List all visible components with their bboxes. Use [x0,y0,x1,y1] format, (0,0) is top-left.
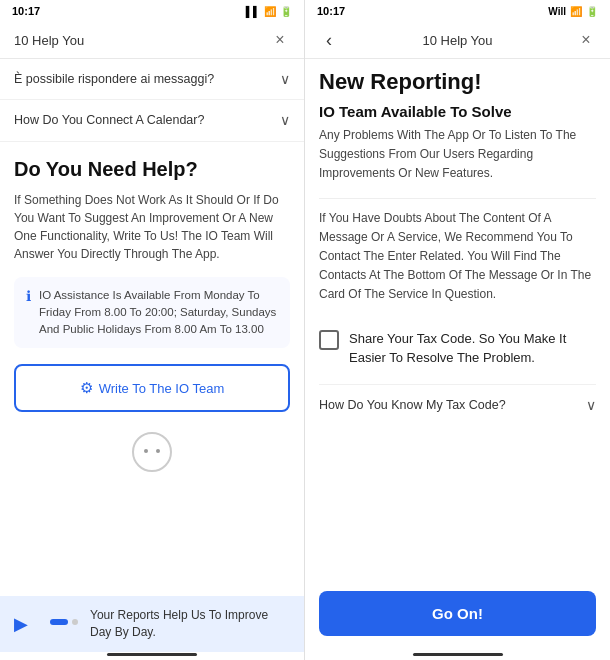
right-scroll-area[interactable]: New Reporting! IO Team Available To Solv… [305,59,610,591]
banner-text: Your Reports Help Us To Improve Day By D… [90,607,290,641]
faq-item-2[interactable]: How Do You Connect A Calendar? ∨ [0,100,304,141]
info-icon: ℹ [26,288,31,304]
info-text: IO Assistance Is Available From Monday T… [39,287,278,339]
left-time: 10:17 [12,5,40,17]
right-text-1: Any Problems With The App Or To Listen T… [319,126,596,184]
right-status-bar: 10:17 Will 📶 🔋 [305,0,610,22]
right-divider [319,198,596,199]
faq-item-1[interactable]: È possibile rispondere ai messaggi? ∨ [0,59,304,100]
back-button[interactable]: ‹ [319,30,339,50]
left-main-content: Do You Need Help? If Something Does Not … [0,142,304,597]
help-description: If Something Does Not Work As It Should … [14,191,290,263]
right-battery-icon: 🔋 [586,6,598,17]
left-home-bar [107,653,197,656]
info-box: ℹ IO Assistance Is Available From Monday… [14,277,290,349]
faq-row-right[interactable]: How Do You Know My Tax Code? ∨ [319,384,596,425]
right-home-indicator [305,652,610,660]
left-header: 10 Help You × [0,22,304,59]
left-close-button[interactable]: × [270,30,290,50]
faq-right-chevron-icon: ∨ [586,397,596,413]
checkbox-label: Share Your Tax Code. So You Make It Easi… [349,329,596,368]
faq-chevron-2-icon: ∨ [280,112,290,128]
right-close-button[interactable]: × [576,30,596,50]
write-to-team-button[interactable]: ⚙ Write To The IO Team [14,364,290,412]
right-home-bar [413,653,503,656]
play-icon: ▶ [14,613,28,635]
go-on-button[interactable]: Go On! [319,591,596,636]
progress-dot-active [50,619,68,625]
right-status-icons: Will 📶 🔋 [548,6,598,17]
faq-row-text: How Do You Know My Tax Code? [319,398,506,412]
left-status-icons: ▌▌ 📶 🔋 [246,6,292,17]
loader-area [14,412,290,480]
write-btn-icon: ⚙ [80,379,93,397]
left-header-title: 10 Help You [14,33,84,48]
right-time: 10:17 [317,5,345,17]
left-status-bar: 10:17 ▌▌ 📶 🔋 [0,0,304,22]
help-title: Do You Need Help? [14,158,290,181]
right-panel: 10:17 Will 📶 🔋 ‹ 10 Help You × New Repor… [305,0,610,660]
right-header-title: 10 Help You [422,33,492,48]
right-header: ‹ 10 Help You × [305,22,610,59]
right-section-title: IO Team Available To Solve [319,103,596,120]
left-panel: 10:17 ▌▌ 📶 🔋 10 Help You × È possibile r… [0,0,305,660]
faq-chevron-1-icon: ∨ [280,71,290,87]
smiley-icon [132,432,172,472]
faq-item-2-text: How Do You Connect A Calendar? [14,112,272,128]
left-signal-icon: ▌▌ [246,6,260,17]
left-battery-icon: 🔋 [280,6,292,17]
tax-code-checkbox-row[interactable]: Share Your Tax Code. So You Make It Easi… [319,319,596,378]
right-main-title: New Reporting! [319,69,596,95]
faq-item-1-text: È possibile rispondere ai messaggi? [14,71,272,87]
left-home-indicator [0,652,304,660]
progress-dot-1 [72,619,78,625]
tax-code-checkbox[interactable] [319,330,339,350]
right-signal-label: Will [548,6,566,17]
right-text-2: If You Have Doubts About The Content Of … [319,209,596,305]
write-btn-label: Write To The IO Team [99,381,224,396]
right-wifi-icon: 📶 [570,6,582,17]
bottom-banner: ▶ Your Reports Help Us To Improve Day By… [0,596,304,652]
left-wifi-icon: 📶 [264,6,276,17]
